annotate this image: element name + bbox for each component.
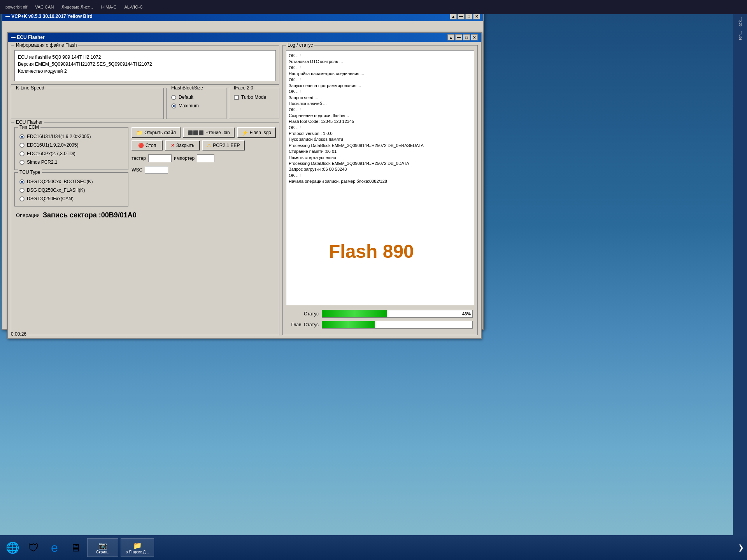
turbo-mode-item[interactable]: Turbo Mode xyxy=(234,94,274,100)
tcu-radio-1[interactable] xyxy=(19,188,25,193)
ecm-type-group: Тип ECМ EDC16U31/U34(1.9,2.0>2005) EDC16… xyxy=(14,127,128,170)
ecu-flasher-title: ECU Flasher xyxy=(14,119,44,125)
vcp-close-btn[interactable]: ✕ xyxy=(473,13,480,19)
left-panel: Информация о файле Flash ECU из flashfil… xyxy=(11,45,279,335)
close-button[interactable]: ✕ Закрыть xyxy=(165,140,200,150)
log-line-4: OK ...! xyxy=(289,77,472,83)
ecm-opt-1[interactable]: EDC16U1(1.9,2.0<2005) xyxy=(19,142,123,148)
tcu-opt-0[interactable]: DSG DQ250Cxx_BOOTSEC(K) xyxy=(19,179,123,184)
vcp-window-controls[interactable]: ▲ — □ ✕ xyxy=(450,13,480,19)
vcp-restore-btn[interactable]: — xyxy=(458,13,465,19)
pcr-eep-button[interactable]: ⚠ PCR2.1 EEP xyxy=(202,140,244,150)
ecm-radio-2[interactable] xyxy=(19,151,25,156)
ecm-label-3: Simos PCR2.1 xyxy=(27,159,58,165)
taskbar-chevron[interactable]: ❯ xyxy=(738,543,744,552)
vcp-maximize-btn[interactable]: □ xyxy=(465,13,472,19)
tcu-opt-1[interactable]: DSG DQ250Cxx_FLASH(K) xyxy=(19,187,123,193)
top-item-alvio[interactable]: AL-VIO-C xyxy=(122,4,145,10)
flash-info-line-2: Версия EMEM_5Q0909144TH21072.SES_5Q09091… xyxy=(18,61,272,68)
top-item-ima[interactable]: I+IMA-C xyxy=(98,4,119,10)
top-item-vac[interactable]: VAC CAN xyxy=(33,4,56,10)
wsc-input[interactable] xyxy=(145,166,168,174)
tcu-radio-2[interactable] xyxy=(19,196,25,201)
ecm-label-2: EDC16CPx(2.7,3.0TDi) xyxy=(27,151,75,156)
ecm-radio-3[interactable] xyxy=(19,160,25,165)
timer-display: 0:00:26 xyxy=(11,331,26,337)
read-bin-button[interactable]: ⬛⬛⬛ Чтение .bin xyxy=(183,128,235,138)
tcu-radio-0[interactable] xyxy=(19,179,25,184)
status-progress-container: 43% xyxy=(322,310,473,318)
tcu-opt-2[interactable]: DSG DQ250Fxx(CAN) xyxy=(19,196,123,201)
glavstatus-progress-container xyxy=(322,321,473,329)
importer-input[interactable] xyxy=(197,154,214,162)
ecm-label-0: EDC16U31/U34(1.9,2.0>2005) xyxy=(27,134,91,139)
ecm-radio-0[interactable] xyxy=(19,134,25,139)
tcu-label-2: DSG DQ250Fxx(CAN) xyxy=(27,196,74,201)
ecu-titlebar[interactable]: — ECU Flasher ▲ — □ ✕ xyxy=(8,33,481,42)
importer-label: импортер xyxy=(174,156,195,161)
log-line-10: Сохранение подписи, flasher... xyxy=(289,113,472,119)
ecm-radio-1[interactable] xyxy=(19,143,25,148)
log-line-15: Processing DataBlock EMEM_3Q0909144JH250… xyxy=(289,143,472,149)
log-area: OK ...! Установка DTC контроль ... OK ..… xyxy=(286,50,474,305)
flashblock-title: FlashBlockSize xyxy=(170,85,205,91)
ecu-maximize-btn[interactable]: □ xyxy=(463,34,470,40)
taskbar-chrome-icon[interactable]: 🌐 xyxy=(3,538,22,557)
screenshot-icon: 📷 xyxy=(98,541,107,550)
kline-section: K-Line Speed FlashBlockSize Default Maxi… xyxy=(11,88,279,119)
flash-sgo-button[interactable]: ⚡ Flash .sgo xyxy=(237,127,276,138)
status-progress-text: 43% xyxy=(462,312,471,316)
log-line-11: FlashTool Code: 12345 123 12345 xyxy=(289,119,472,124)
top-item-powerbit[interactable]: powerbit nif xyxy=(3,4,30,10)
screenshot-label: Скрин.. xyxy=(96,550,109,554)
ecm-opt-3[interactable]: Simos PCR2.1 xyxy=(19,159,123,165)
taskbar-monitor-icon[interactable]: 🖥 xyxy=(66,538,85,557)
taskbar-edge-icon[interactable]: e xyxy=(45,538,64,557)
ecu-close-btn[interactable]: ✕ xyxy=(471,34,478,40)
log-group: Log / статус OK ...! Установка DTC контр… xyxy=(282,45,478,335)
top-item-licevye[interactable]: Лицевые Лист... xyxy=(59,4,95,10)
kline-group: K-Line Speed xyxy=(11,88,164,119)
flash-890-display: Flash 890 xyxy=(329,241,414,262)
vcp-minimize-btn[interactable]: ▲ xyxy=(450,13,457,19)
ecu-minimize-btn[interactable]: ▲ xyxy=(447,34,454,40)
tcu-label-0: DSG DQ250Cxx_BOOTSEC(K) xyxy=(27,179,93,184)
status-progress-bar xyxy=(322,310,387,317)
log-line-2: OK ...! xyxy=(289,65,472,71)
log-line-0: OK ...! xyxy=(289,53,472,59)
log-line-1: Установка DTC контроль ... xyxy=(289,59,472,65)
taskbar-yandex-item[interactable]: 📁 в Яндекс.Д... xyxy=(121,538,154,557)
stop-button[interactable]: 🔴 Стоп xyxy=(132,140,163,150)
flashblock-maximum-item[interactable]: Maximum xyxy=(171,103,221,108)
flash-icon: ⚡ xyxy=(242,130,248,136)
glavstatus-label: Глав. Статус xyxy=(288,322,319,327)
flash-info-group: Информация о файле Flash ECU из flashfil… xyxy=(11,45,279,85)
flashblock-default-label: Default xyxy=(179,94,193,100)
ecu-restore-btn[interactable]: — xyxy=(455,34,462,40)
log-line-14: Пуск записи блоков памяти xyxy=(289,136,472,142)
warn-icon: ⚠ xyxy=(207,143,211,148)
ecm-opt-2[interactable]: EDC16CPx(2.7,3.0TDi) xyxy=(19,151,123,156)
stop-icon: 🔴 xyxy=(138,143,144,148)
flashblock-default-item[interactable]: Default xyxy=(171,94,221,100)
tester-input[interactable] xyxy=(148,154,172,162)
flashblock-maximum-radio[interactable] xyxy=(171,103,176,108)
top-taskbar: powerbit nif VAC CAN Лицевые Лист... I+I… xyxy=(0,0,747,14)
operation-label: Операции xyxy=(16,212,40,218)
ecu-window-controls[interactable]: ▲ — □ ✕ xyxy=(447,34,478,40)
flash-sgo-label: Flash .sgo xyxy=(250,130,271,135)
log-line-21: Начала операции записи, размер блока:008… xyxy=(289,178,472,184)
flash-info-content: ECU из flashfile 5Q0 909 144T H2 1072 Ве… xyxy=(14,50,276,81)
taskbar-shield-icon[interactable]: 🛡 xyxy=(24,538,43,557)
log-line-18: Processing DataBlock EMEM_3Q0909144JH250… xyxy=(289,161,472,166)
turbo-mode-checkbox[interactable] xyxy=(234,95,239,100)
tcu-label-1: DSG DQ250Cxx_FLASH(K) xyxy=(27,187,85,193)
ecm-opt-0[interactable]: EDC16U31/U34(1.9,2.0>2005) xyxy=(19,134,123,139)
status-row-2: Глав. Статус xyxy=(288,321,473,329)
open-file-button[interactable]: 📁 Открыть файл xyxy=(132,127,181,138)
log-line-5: Запуск сеанса программирования ... xyxy=(289,83,472,89)
log-line-19: Запрос загрузки :06 00 53248 xyxy=(289,166,472,172)
flashblock-default-radio[interactable] xyxy=(171,95,176,100)
taskbar-screenshot-item[interactable]: 📷 Скрин.. xyxy=(87,538,118,557)
operation-value: Запись сектора :00B9/01A0 xyxy=(43,211,137,219)
